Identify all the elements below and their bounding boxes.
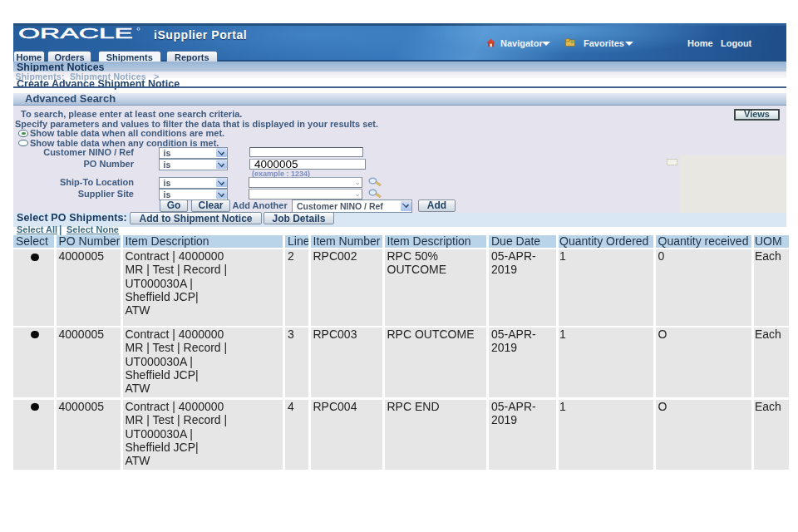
svg-text:ORACLE: ORACLE xyxy=(18,27,133,40)
